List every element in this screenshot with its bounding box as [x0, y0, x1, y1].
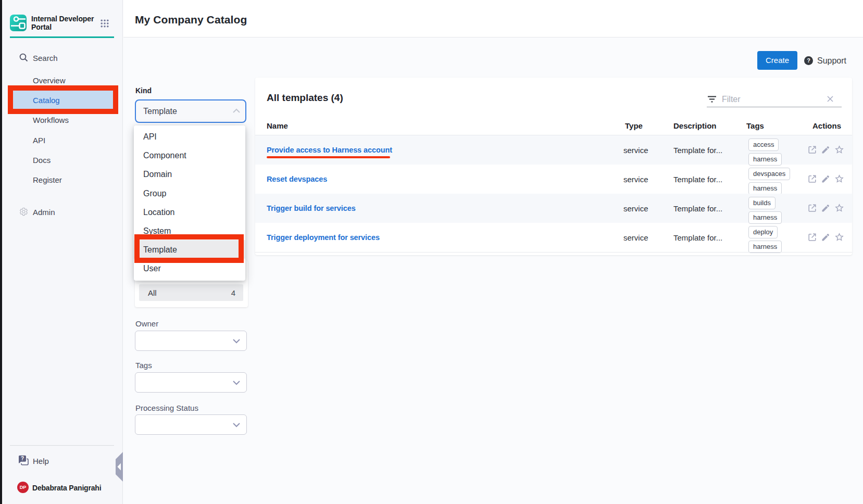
svg-text:?: ? — [21, 456, 24, 461]
